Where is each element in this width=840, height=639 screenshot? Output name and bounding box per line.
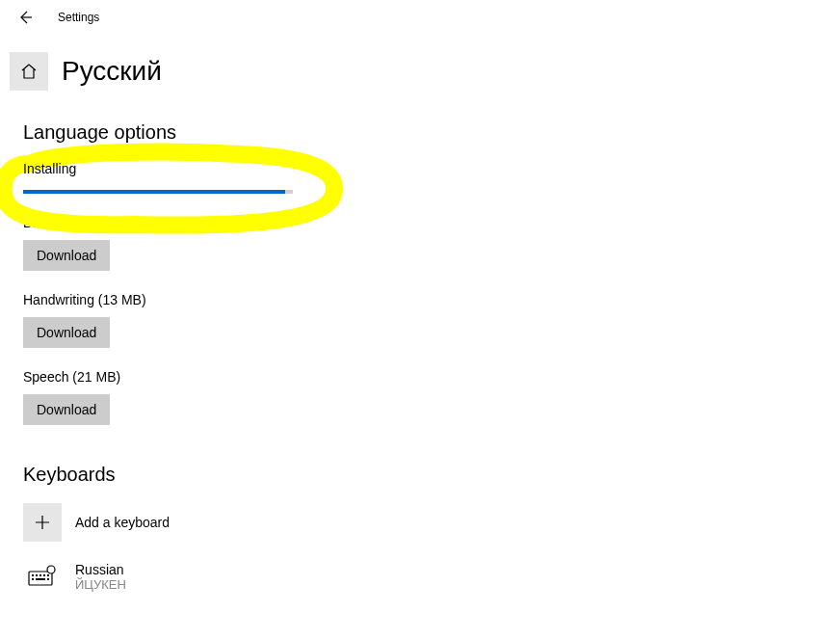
page-title: Русский	[62, 56, 162, 87]
install-status: Installing	[23, 161, 817, 176]
handwriting-label: Handwriting (13 MB)	[23, 292, 817, 307]
keyboard-layout: ЙЦУКЕН	[75, 577, 126, 592]
keyboard-icon-box	[23, 557, 62, 596]
speech-download-button[interactable]: Download	[23, 394, 110, 425]
add-icon-box	[23, 503, 62, 542]
install-progress-fill	[23, 190, 285, 194]
basic-typing-label: Basic typing (9 MB)	[23, 215, 817, 230]
arrow-left-icon	[17, 10, 33, 25]
home-icon	[20, 63, 38, 80]
svg-rect-2	[36, 574, 38, 576]
svg-rect-6	[32, 578, 34, 580]
svg-rect-3	[39, 574, 41, 576]
keyboard-icon	[28, 565, 57, 588]
back-button[interactable]	[15, 8, 35, 27]
speech-label: Speech (21 MB)	[23, 369, 817, 385]
plus-icon	[34, 514, 51, 531]
keyboard-item[interactable]: Russian ЙЦУКЕН	[23, 557, 817, 596]
home-button[interactable]	[10, 52, 48, 91]
svg-rect-4	[43, 574, 45, 576]
svg-rect-5	[47, 574, 49, 576]
svg-rect-1	[32, 574, 34, 576]
svg-rect-8	[47, 578, 49, 580]
language-options-heading: Language options	[23, 121, 817, 144]
handwriting-download-button[interactable]: Download	[23, 317, 110, 348]
keyboards-heading: Keyboards	[23, 464, 817, 486]
window-title: Settings	[58, 11, 99, 24]
svg-rect-7	[36, 578, 45, 580]
add-keyboard-label: Add a keyboard	[75, 515, 170, 530]
add-keyboard-button[interactable]: Add a keyboard	[23, 503, 817, 542]
install-progress-bar	[23, 190, 293, 194]
keyboard-name: Russian	[75, 562, 126, 577]
basic-typing-download-button[interactable]: Download	[23, 240, 110, 271]
